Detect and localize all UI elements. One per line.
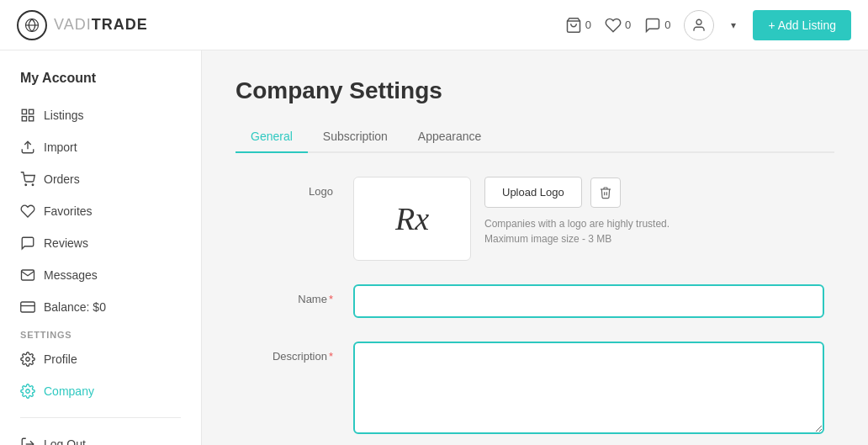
header-dropdown-button[interactable]: ▾ — [728, 16, 739, 34]
sidebar-item-listings-label: Listings — [44, 109, 83, 122]
sidebar-item-import[interactable]: Import — [0, 131, 201, 163]
layout: My Account Listings Import Orders Favori… — [0, 50, 868, 445]
name-field — [353, 284, 834, 318]
svg-rect-5 — [22, 117, 26, 121]
sidebar-item-balance[interactable]: Balance: $0 — [0, 291, 201, 323]
tab-subscription[interactable]: Subscription — [308, 121, 403, 153]
description-field — [353, 342, 834, 437]
tab-appearance[interactable]: Appearance — [403, 121, 497, 153]
sidebar-section-header: My Account — [0, 71, 201, 86]
page-title: Company Settings — [236, 77, 834, 104]
brand-text: VADITRADE — [54, 16, 148, 34]
sidebar-item-logout[interactable]: Log Out — [0, 428, 201, 445]
sidebar-item-company-label: Company — [44, 384, 94, 398]
name-form-row: Name* — [236, 284, 834, 318]
svg-rect-10 — [21, 302, 35, 312]
user-avatar-button[interactable] — [684, 10, 714, 40]
sidebar-item-profile[interactable]: Profile — [0, 343, 201, 375]
svg-point-13 — [26, 389, 30, 394]
logo-area: Rx Upload Logo Companies wit — [353, 177, 834, 261]
main-content: Company Settings General Subscription Ap… — [202, 50, 868, 445]
messages-count: 0 — [664, 19, 670, 31]
sidebar-item-reviews[interactable]: Reviews — [0, 227, 201, 259]
svg-point-9 — [32, 184, 34, 186]
svg-point-12 — [26, 358, 30, 362]
sidebar-item-logout-label: Log Out — [44, 437, 86, 445]
logo-action-row: Upload Logo — [484, 177, 670, 208]
svg-rect-3 — [22, 109, 26, 114]
sidebar-item-import-label: Import — [44, 140, 77, 154]
logo-preview-text: Rx — [395, 200, 429, 237]
sidebar-item-favorites[interactable]: Favorites — [0, 195, 201, 227]
grid-icon — [20, 108, 35, 123]
description-textarea[interactable] — [353, 342, 824, 434]
sidebar-item-messages-label: Messages — [44, 268, 98, 282]
logo-field: Rx Upload Logo Companies wit — [353, 177, 834, 261]
name-label: Name* — [236, 284, 353, 305]
cart-button[interactable]: 0 — [565, 17, 591, 34]
logo-label: Logo — [236, 177, 353, 198]
envelope-icon — [20, 268, 35, 283]
name-input[interactable] — [353, 284, 824, 318]
sidebar-item-orders-label: Orders — [44, 172, 80, 186]
add-listing-button[interactable]: + Add Listing — [753, 10, 851, 40]
upload-icon — [20, 140, 35, 155]
sidebar-item-favorites-label: Favorites — [44, 204, 93, 218]
favorites-count: 0 — [625, 19, 631, 31]
sidebar-item-orders[interactable]: Orders — [0, 163, 201, 195]
sidebar: My Account Listings Import Orders Favori… — [0, 50, 202, 445]
tabs: General Subscription Appearance — [236, 121, 834, 153]
logo-hint: Companies with a logo are highly trusted… — [484, 216, 670, 246]
svg-point-2 — [696, 19, 701, 24]
logo-icon — [17, 10, 47, 40]
favorites-button[interactable]: 0 — [605, 17, 631, 34]
svg-point-8 — [25, 184, 27, 186]
svg-rect-4 — [29, 109, 34, 114]
logo: VADITRADE — [17, 10, 565, 40]
card-icon — [20, 299, 35, 315]
logo-actions: Upload Logo Companies with a logo are hi… — [484, 177, 670, 246]
company-gear-icon — [20, 384, 35, 399]
settings-section-label: SETTINGS — [0, 323, 201, 343]
messages-button[interactable]: 0 — [644, 17, 670, 34]
logo-form-row: Logo Rx Upload Logo — [236, 177, 834, 261]
logout-icon — [20, 437, 35, 445]
upload-logo-button[interactable]: Upload Logo — [484, 177, 582, 208]
delete-logo-button[interactable] — [590, 177, 621, 208]
sidebar-item-listings[interactable]: Listings — [0, 99, 201, 131]
heart-icon — [20, 204, 35, 219]
sidebar-item-reviews-label: Reviews — [44, 236, 88, 250]
chat-icon — [20, 236, 35, 251]
logo-preview: Rx — [353, 177, 471, 261]
trash-icon — [599, 186, 612, 199]
cart-icon — [20, 172, 35, 187]
svg-rect-6 — [29, 117, 34, 121]
gear-icon — [20, 352, 35, 367]
sidebar-item-balance-label: Balance: $0 — [44, 300, 106, 314]
description-label: Description* — [236, 342, 353, 363]
tab-general[interactable]: General — [236, 121, 308, 153]
description-form-row: Description* — [236, 342, 834, 437]
sidebar-item-messages[interactable]: Messages — [0, 259, 201, 291]
header: VADITRADE 0 0 0 — [0, 0, 868, 50]
sidebar-item-profile-label: Profile — [44, 352, 77, 366]
cart-count: 0 — [585, 19, 591, 31]
header-actions: 0 0 0 ▾ + Add Listing — [565, 10, 851, 40]
sidebar-item-company[interactable]: Company — [0, 375, 201, 407]
sidebar-divider — [20, 417, 181, 418]
